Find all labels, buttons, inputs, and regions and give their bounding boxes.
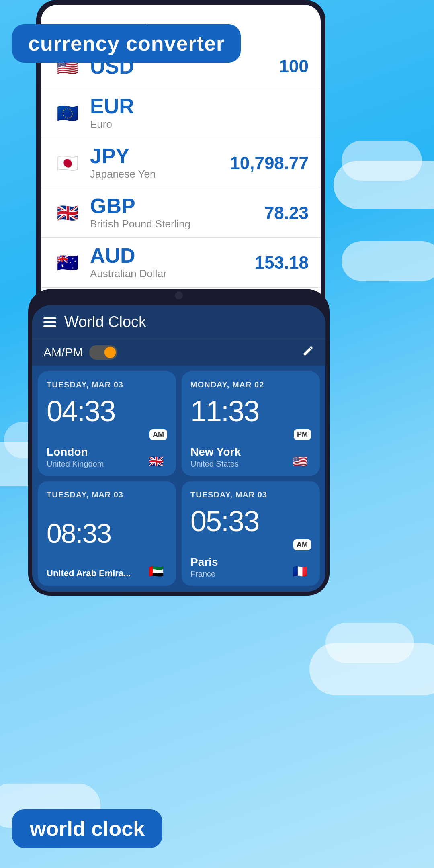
newyork-ampm: PM bbox=[294, 429, 311, 440]
currency-item-gbp[interactable]: 🇬🇧 GBP British Pound Sterling 78.23 bbox=[41, 188, 321, 238]
paris-ampm: AM bbox=[293, 539, 311, 550]
jpy-code: JPY bbox=[90, 145, 156, 166]
clock-card-uae[interactable]: TUESDAY, MAR 03 08:33 United Arab Emira.… bbox=[38, 481, 176, 586]
gbp-flag: 🇬🇧 bbox=[53, 199, 82, 227]
uae-footer: United Arab Emira... 🇦🇪 bbox=[47, 563, 167, 579]
newyork-time: 11:33 bbox=[190, 393, 311, 429]
world-clock-screen: World Clock AM/PM TUESDAY, MAR 03 04:33 … bbox=[32, 305, 326, 592]
paris-time: 05:33 bbox=[190, 503, 311, 539]
clock-card-newyork[interactable]: MONDAY, MAR 02 11:33 PM New York United … bbox=[182, 371, 320, 476]
uae-flag: 🇦🇪 bbox=[145, 563, 167, 579]
ampm-row: AM/PM bbox=[32, 339, 326, 366]
london-ampm: AM bbox=[149, 429, 167, 440]
aud-flag: 🇦🇺 bbox=[53, 248, 82, 277]
world-clock-label: world clock bbox=[12, 809, 162, 848]
ampm-label: AM/PM bbox=[43, 346, 83, 359]
toggle-thumb bbox=[104, 347, 116, 358]
usd-value: 100 bbox=[279, 56, 309, 76]
world-clock-title: World Clock bbox=[64, 313, 314, 331]
jpy-flag: 🇯🇵 bbox=[53, 149, 82, 178]
newyork-city: New York bbox=[190, 446, 241, 459]
phone-notch bbox=[28, 289, 330, 301]
ampm-toggle[interactable] bbox=[89, 345, 117, 360]
clock-card-paris[interactable]: TUESDAY, MAR 03 05:33 AM Paris France 🇫🇷 bbox=[182, 481, 320, 586]
paris-city: Paris bbox=[190, 556, 218, 569]
london-footer: London United Kingdom 🇬🇧 bbox=[47, 446, 167, 469]
paris-date: TUESDAY, MAR 03 bbox=[190, 490, 311, 500]
london-city: London bbox=[47, 446, 104, 459]
clock-card-london[interactable]: TUESDAY, MAR 03 04:33 AM London United K… bbox=[38, 371, 176, 476]
gbp-value: 78.23 bbox=[264, 203, 309, 223]
eur-name: Euro bbox=[90, 118, 134, 131]
world-clock-phone: World Clock AM/PM TUESDAY, MAR 03 04:33 … bbox=[28, 289, 330, 596]
currency-item-aud[interactable]: 🇦🇺 AUD Australian Dollar 153.18 bbox=[41, 238, 321, 288]
clock-grid: TUESDAY, MAR 03 04:33 AM London United K… bbox=[32, 366, 326, 592]
hamburger-menu-icon[interactable] bbox=[43, 317, 56, 327]
london-flag: 🇬🇧 bbox=[145, 453, 167, 469]
eur-code: EUR bbox=[90, 96, 134, 117]
gbp-code: GBP bbox=[90, 195, 190, 216]
paris-country: France bbox=[190, 569, 218, 579]
uae-date: TUESDAY, MAR 03 bbox=[47, 490, 167, 500]
uae-time: 08:33 bbox=[47, 503, 167, 563]
aud-name: Australian Dollar bbox=[90, 268, 167, 280]
currency-converter-banner: currency converter bbox=[12, 24, 241, 63]
newyork-country: United States bbox=[190, 459, 241, 469]
newyork-date: MONDAY, MAR 02 bbox=[190, 380, 311, 389]
london-date: TUESDAY, MAR 03 bbox=[47, 380, 167, 389]
currency-item-eur[interactable]: 🇪🇺 EUR Euro bbox=[41, 88, 321, 138]
aud-value: 153.18 bbox=[254, 253, 309, 273]
eur-flag: 🇪🇺 bbox=[53, 99, 82, 128]
jpy-name: Japanese Yen bbox=[90, 168, 156, 180]
notch-dot bbox=[175, 291, 183, 299]
world-clock-header: World Clock bbox=[32, 305, 326, 339]
world-clock-label-text: world clock bbox=[30, 817, 145, 840]
paris-footer: Paris France 🇫🇷 bbox=[190, 556, 311, 579]
london-time: 04:33 bbox=[47, 393, 167, 429]
newyork-flag: 🇺🇸 bbox=[289, 453, 311, 469]
currency-item-jpy[interactable]: 🇯🇵 JPY Japanese Yen 10,798.77 bbox=[41, 138, 321, 188]
gbp-name: British Pound Sterling bbox=[90, 218, 190, 230]
aud-code: AUD bbox=[90, 245, 167, 266]
newyork-footer: New York United States 🇺🇸 bbox=[190, 446, 311, 469]
uae-city: United Arab Emira... bbox=[47, 568, 131, 579]
currency-banner-text: currency converter bbox=[28, 32, 225, 55]
paris-flag: 🇫🇷 bbox=[289, 563, 311, 579]
london-country: United Kingdom bbox=[47, 459, 104, 469]
jpy-value: 10,798.77 bbox=[230, 153, 309, 173]
edit-icon[interactable] bbox=[302, 345, 314, 360]
